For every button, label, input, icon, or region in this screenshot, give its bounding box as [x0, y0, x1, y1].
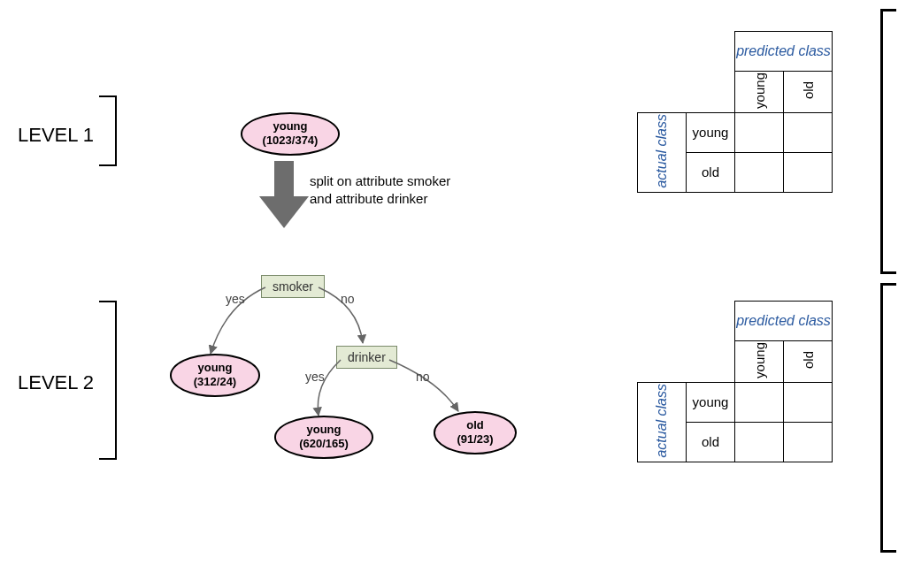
decision-smoker-label: smoker	[273, 279, 313, 294]
root-leaf-stats: (1023/374)	[263, 134, 319, 147]
cm1-cell-oy	[735, 152, 784, 192]
cm2-row-old: old	[687, 422, 735, 462]
leaf-smoker-yes-stats: (312/24)	[194, 375, 236, 388]
leaf-drinker-no-stats: (91/23)	[457, 432, 493, 446]
level2-bracket	[115, 301, 117, 460]
edge-drinker-no: no	[416, 370, 430, 384]
cm1-cell-yy	[735, 112, 784, 152]
cm2-predicted-header: predicted class	[735, 302, 833, 341]
cm2-cell-yy	[735, 382, 784, 422]
cm1-col-young: young	[735, 72, 784, 113]
cm1-row-old: old	[687, 152, 735, 192]
split-caption: split on attribute smoker and attribute …	[310, 172, 450, 207]
level1-bracket	[115, 95, 117, 166]
level2-label: LEVEL 2	[18, 371, 94, 394]
edge-smoker-yes: yes	[226, 292, 245, 306]
confusion-matrix-2: predicted class young old actual class y…	[637, 301, 833, 462]
split-caption-l1: split on attribute smoker	[310, 173, 450, 188]
cm1-cell-oo	[784, 152, 833, 192]
diagram-stage: LEVEL 1 LEVEL 2 young (1023/374) split o…	[0, 0, 906, 588]
cm1-cell-yo	[784, 112, 833, 152]
cm2-col-old: old	[784, 341, 833, 383]
leaf-smoker-yes-label: young	[198, 361, 233, 374]
cm2-cell-oo	[784, 422, 833, 462]
cm1-predicted-header: predicted class	[735, 32, 833, 72]
cm2-actual-header: actual class	[638, 382, 687, 462]
decision-drinker: drinker	[336, 346, 397, 369]
decision-smoker: smoker	[261, 275, 325, 298]
root-leaf: young (1023/374)	[241, 112, 340, 156]
split-arrow-head	[259, 196, 309, 228]
split-arrow-body	[274, 161, 294, 198]
leaf-drinker-no: old (91/23)	[434, 411, 517, 454]
root-leaf-label: young	[273, 119, 308, 133]
leaf-smoker-yes: young (312/24)	[170, 354, 260, 397]
cm2-cell-oy	[735, 422, 784, 462]
edge-smoker-no: no	[341, 292, 355, 306]
confusion-matrix-1: predicted class young old actual class y…	[637, 31, 833, 193]
edge-drinker-yes: yes	[305, 370, 325, 384]
cm1-row-young: young	[687, 112, 735, 152]
leaf-drinker-yes-label: young	[307, 423, 342, 436]
leaf-drinker-yes: young (620/165)	[274, 416, 373, 459]
cm1-col-old: old	[784, 72, 833, 113]
split-caption-l2: and attribute drinker	[310, 191, 427, 206]
leaf-drinker-yes-stats: (620/165)	[299, 437, 349, 450]
decision-drinker-label: drinker	[348, 350, 386, 364]
right-bracket-1	[880, 9, 883, 274]
cm2-cell-yo	[784, 382, 833, 422]
cm1-actual-header: actual class	[638, 112, 687, 192]
level1-label: LEVEL 1	[18, 124, 94, 147]
cm2-col-young: young	[735, 341, 784, 383]
leaf-drinker-no-label: old	[466, 418, 484, 431]
cm2-row-young: young	[687, 382, 735, 422]
right-bracket-2	[880, 283, 883, 553]
